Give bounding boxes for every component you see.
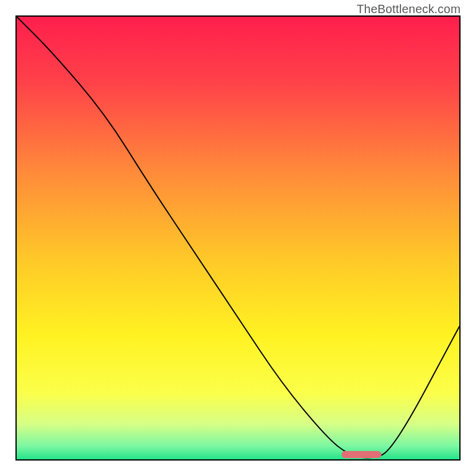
optimum-marker — [342, 451, 381, 458]
bottleneck-curve — [17, 17, 459, 459]
attribution-text: TheBottleneck.com — [356, 2, 461, 16]
chart-frame — [15, 15, 461, 461]
